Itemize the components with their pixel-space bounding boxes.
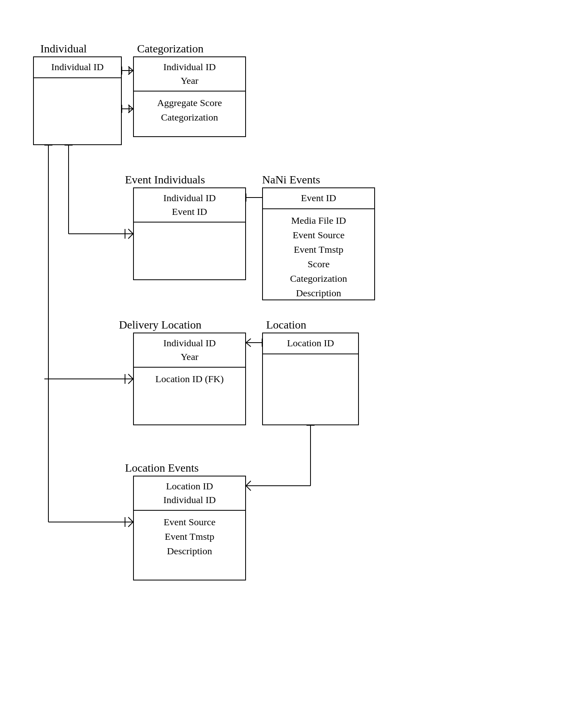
location-label: Location bbox=[266, 318, 306, 331]
nani-events-attrs: Media File IDEvent SourceEvent TmstpScor… bbox=[263, 209, 374, 304]
location-box: Location ID bbox=[262, 333, 359, 425]
location-events-pk: Location IDIndividual ID bbox=[134, 476, 245, 511]
delivery-location-box: Individual IDYear Location ID (FK) bbox=[133, 333, 246, 425]
diagram-container: Individual Individual ID Categorization … bbox=[0, 0, 569, 728]
categorization-box: Individual IDYear Aggregate ScoreCategor… bbox=[133, 56, 246, 137]
event-individuals-label: Event Individuals bbox=[125, 173, 205, 186]
delivery-location-attrs: Location ID (FK) bbox=[134, 368, 245, 390]
nani-events-pk: Event ID bbox=[263, 188, 374, 209]
nani-events-box: Event ID Media File IDEvent SourceEvent … bbox=[262, 187, 375, 300]
location-pk: Location ID bbox=[263, 333, 358, 354]
categorization-label: Categorization bbox=[137, 42, 204, 55]
nani-events-label: NaNi Events bbox=[262, 173, 320, 186]
individual-attrs bbox=[34, 78, 121, 86]
categorization-attrs: Aggregate ScoreCategorization bbox=[134, 92, 245, 129]
individual-label: Individual bbox=[40, 42, 87, 55]
event-individuals-box: Individual IDEvent ID bbox=[133, 187, 246, 280]
location-events-attrs: Event SourceEvent TmstpDescription bbox=[134, 511, 245, 562]
delivery-location-label: Delivery Location bbox=[119, 318, 201, 331]
individual-pk: Individual ID bbox=[34, 57, 121, 78]
delivery-location-pk: Individual IDYear bbox=[134, 333, 245, 368]
individual-box: Individual ID bbox=[33, 56, 122, 145]
location-events-box: Location IDIndividual ID Event SourceEve… bbox=[133, 476, 246, 580]
event-individuals-attrs bbox=[134, 223, 245, 231]
location-events-label: Location Events bbox=[125, 462, 199, 474]
categorization-pk: Individual IDYear bbox=[134, 57, 245, 92]
location-attrs bbox=[263, 354, 358, 362]
event-individuals-pk: Individual IDEvent ID bbox=[134, 188, 245, 223]
